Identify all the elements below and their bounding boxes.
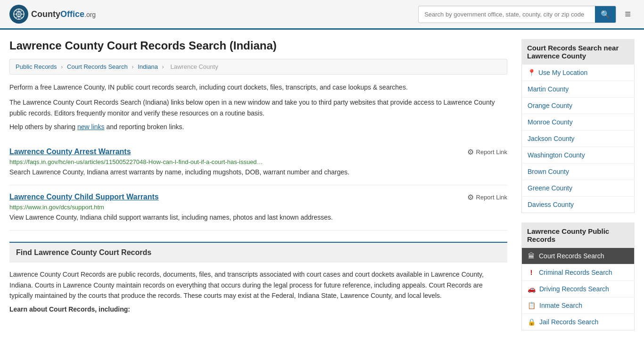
court-records-icon: 🏛 — [528, 252, 535, 260]
nearby-county-brown[interactable]: Brown County — [522, 164, 634, 180]
court-records-search-link[interactable]: Court Records Search — [539, 252, 604, 260]
report-link-2[interactable]: ⚙ Report Link — [467, 193, 507, 202]
record-desc-1: Search Lawrence County, Indiana arrest w… — [9, 167, 507, 177]
share-text-suffix: and reporting broken links. — [105, 123, 184, 131]
inmate-search-icon: 📋 — [528, 302, 536, 309]
nearby-county-greene-link[interactable]: Greene County — [528, 184, 572, 192]
location-pin-icon: 📍 — [528, 69, 536, 76]
nearby-county-greene[interactable]: Greene County — [522, 180, 634, 197]
breadcrumb-indiana[interactable]: Indiana — [138, 63, 158, 70]
breadcrumb-court-records-search[interactable]: Court Records Search — [67, 63, 128, 70]
page-title: Lawrence County Court Records Search (In… — [9, 39, 507, 52]
nearby-county-martin[interactable]: Martin County — [522, 81, 634, 98]
intro-paragraph-1: Perform a free Lawrence County, IN publi… — [9, 82, 507, 92]
main-container: Lawrence County Court Records Search (In… — [0, 30, 644, 340]
nearby-county-orange[interactable]: Orange County — [522, 98, 634, 114]
site-header: CountyOffice.org 🔍 ≡ — [0, 0, 644, 30]
new-links-link[interactable]: new links — [77, 123, 105, 131]
nearby-county-jackson[interactable]: Jackson County — [522, 131, 634, 147]
driving-records-search-link[interactable]: Driving Records Search — [539, 285, 609, 293]
sidebar-record-court-records[interactable]: 🏛 Court Records Search — [522, 248, 634, 264]
content-area: Lawrence County Court Records Search (In… — [9, 39, 507, 330]
sidebar-record-jail[interactable]: 🔒 Jail Records Search — [522, 314, 634, 330]
sidebar: Court Records Search near Lawrence Count… — [521, 39, 635, 330]
find-section-header: Find Lawrence County Court Records — [9, 242, 507, 263]
nearby-county-brown-link[interactable]: Brown County — [528, 168, 569, 175]
sidebar-record-driving[interactable]: 🚗 Driving Records Search — [522, 281, 634, 297]
record-title-child-support[interactable]: Lawrence County Child Support Warrants — [9, 193, 159, 201]
record-item-child-support: Lawrence County Child Support Warrants ⚙… — [9, 185, 507, 230]
record-desc-2: View Lawrence County, Indiana child supp… — [9, 213, 507, 222]
find-section: Find Lawrence County Court Records Lawre… — [9, 242, 507, 313]
header-right: 🔍 ≡ — [418, 6, 635, 23]
report-link-label-1: Report Link — [476, 148, 507, 156]
breadcrumb: Public Records › Court Records Search › … — [9, 59, 507, 74]
nearby-county-daviess[interactable]: Daviess County — [522, 197, 634, 213]
search-button[interactable]: 🔍 — [595, 6, 616, 23]
driving-records-icon: 🚗 — [528, 285, 536, 293]
jail-records-search-link[interactable]: Jail Records Search — [539, 318, 598, 326]
report-icon-2: ⚙ — [467, 193, 474, 202]
hamburger-menu-button[interactable]: ≡ — [621, 6, 635, 22]
sidebar-record-inmate[interactable]: 📋 Inmate Search — [522, 297, 634, 314]
nearby-section-title: Court Records Search near Lawrence Count… — [521, 39, 635, 65]
nearby-county-jackson-link[interactable]: Jackson County — [528, 135, 575, 142]
report-icon-1: ⚙ — [467, 148, 474, 156]
use-my-location-link[interactable]: Use My Location — [538, 69, 587, 76]
logo-text: CountyOffice.org — [31, 9, 96, 19]
logo-area[interactable]: CountyOffice.org — [9, 5, 96, 24]
use-my-location-item[interactable]: 📍 Use My Location — [522, 65, 634, 81]
nearby-county-orange-link[interactable]: Orange County — [528, 102, 572, 109]
report-link-label-2: Report Link — [476, 194, 507, 201]
learn-about-label: Learn about Court Records, including: — [9, 305, 507, 313]
nearby-county-monroe-link[interactable]: Monroe County — [528, 118, 573, 126]
record-url-2[interactable]: https://www.in.gov/dcs/support.htm — [9, 204, 507, 211]
search-bar: 🔍 — [418, 6, 616, 23]
jail-records-icon: 🔒 — [528, 318, 536, 326]
nearby-county-washington-link[interactable]: Washington County — [528, 151, 585, 159]
public-records-section-title: Lawrence County Public Records — [521, 222, 635, 248]
criminal-records-icon: ! — [528, 269, 535, 276]
nearby-county-daviess-link[interactable]: Daviess County — [528, 201, 574, 208]
record-item-arrest-warrants: Lawrence County Arrest Warrants ⚙ Report… — [9, 140, 507, 185]
search-input[interactable] — [419, 7, 595, 22]
nearby-county-washington[interactable]: Washington County — [522, 147, 634, 164]
logo-icon — [9, 5, 28, 24]
report-link-1[interactable]: ⚙ Report Link — [467, 148, 507, 156]
intro-paragraph-2: The Lawrence County Court Records Search… — [9, 97, 507, 118]
criminal-records-search-link[interactable]: Criminal Records Search — [539, 269, 612, 276]
find-section-text: Lawrence County Court Records are public… — [9, 269, 507, 301]
record-header-2: Lawrence County Child Support Warrants ⚙… — [9, 193, 507, 202]
nearby-counties-list: 📍 Use My Location Martin County Orange C… — [521, 65, 635, 213]
record-title-arrest-warrants[interactable]: Lawrence County Arrest Warrants — [9, 148, 131, 156]
breadcrumb-public-records[interactable]: Public Records — [16, 63, 57, 70]
sidebar-record-criminal[interactable]: ! Criminal Records Search — [522, 264, 634, 281]
share-text: Help others by sharing new links and rep… — [9, 123, 507, 131]
public-records-list: 🏛 Court Records Search ! Criminal Record… — [521, 248, 635, 330]
record-header-1: Lawrence County Arrest Warrants ⚙ Report… — [9, 148, 507, 156]
inmate-search-link[interactable]: Inmate Search — [539, 302, 582, 309]
nearby-county-monroe[interactable]: Monroe County — [522, 114, 634, 131]
nearby-county-martin-link[interactable]: Martin County — [528, 85, 569, 93]
breadcrumb-current: Lawrence County — [171, 63, 218, 70]
record-url-1[interactable]: https://faqs.in.gov/hc/en-us/articles/11… — [9, 158, 507, 165]
share-text-prefix: Help others by sharing — [9, 123, 77, 131]
